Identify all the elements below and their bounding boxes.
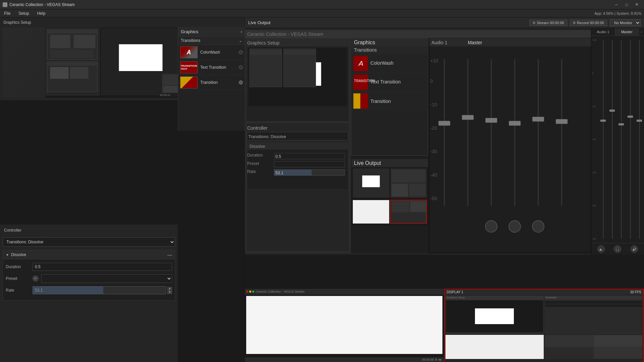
- stream-button[interactable]: Stream 00:00:00: [530, 20, 567, 26]
- fader-track-4[interactable]: [630, 40, 631, 239]
- text-transition-thumb: TRANSITIONTEXT: [180, 61, 198, 73]
- rate-spinners: ▲ ▼: [167, 287, 172, 294]
- bottom-left-dots: [246, 291, 254, 293]
- transitions-select[interactable]: Transitions: Dissolve Transitions: Color…: [3, 237, 175, 247]
- fader-knob-3[interactable]: [619, 123, 624, 125]
- live-main-display: Ceramic Collection - VEGAS Stream Graphi…: [245, 28, 644, 362]
- audio-tab-1[interactable]: Audio 1: [591, 28, 615, 36]
- preset-icon[interactable]: ⟳: [33, 276, 39, 282]
- svg-text:Transitions: Transitions: [354, 47, 377, 53]
- svg-text:Ceramic Collection - VEGAS Str: Ceramic Collection - VEGAS Stream: [247, 32, 323, 37]
- close-button[interactable]: ✕: [632, 1, 641, 8]
- svg-text:ColorWash: ColorWash: [370, 60, 393, 66]
- d1-tr-item3: [545, 308, 603, 310]
- duration-label: Duration: [6, 264, 33, 269]
- fader-channel-3[interactable]: [617, 37, 626, 242]
- display1-title-bar: DISPLAY 1 30 FPS: [445, 289, 644, 295]
- text-transition-radio[interactable]: [239, 65, 243, 69]
- transition-item-transition[interactable]: Transition: [178, 75, 245, 90]
- app-icon: [3, 2, 7, 7]
- graphics-panel: Graphics › Transitions ⌄ A ColorWash TRA…: [178, 27, 245, 131]
- colorwash-radio[interactable]: [239, 50, 243, 54]
- svg-rect-79: [429, 38, 591, 46]
- svg-text:0: 0: [430, 78, 433, 84]
- graphics-panel-title: Graphics: [181, 29, 198, 34]
- fader-knob-4[interactable]: [628, 116, 633, 118]
- fader-track-2[interactable]: [612, 40, 613, 239]
- svg-rect-10: [70, 67, 89, 79]
- transition-item-colorwash[interactable]: A ColorWash: [178, 45, 245, 60]
- live-output-header: Live Output Stream 00:00:00 Record 00:00…: [245, 17, 644, 28]
- fader-knob-1[interactable]: [600, 120, 606, 122]
- display1-br: [544, 335, 643, 359]
- fader-channel-2[interactable]: [608, 37, 617, 242]
- d1-tr-item1: [545, 301, 642, 304]
- transition-radio[interactable]: [239, 80, 243, 84]
- volume-button[interactable]: 🔊: [631, 245, 638, 253]
- fader-channel-master[interactable]: [635, 37, 644, 242]
- monitor-select[interactable]: No Monitor: [610, 19, 641, 26]
- rate-label: Rate: [6, 288, 33, 293]
- transitions-collapse-icon[interactable]: ⌄: [239, 38, 242, 43]
- svg-point-103: [532, 221, 544, 232]
- dissolve-collapse-arrow[interactable]: ▼: [6, 253, 9, 257]
- d1-br-sub3: [545, 347, 593, 359]
- menu-file[interactable]: File: [3, 10, 12, 16]
- fader-channel-1[interactable]: [599, 37, 608, 242]
- dissolve-body: Duration Preset ⟳: [3, 259, 175, 300]
- duration-input[interactable]: [33, 263, 172, 271]
- menu-setup[interactable]: Setup: [17, 10, 30, 16]
- display1-tl: Graphics Setup: [445, 296, 544, 334]
- record-icon: [573, 21, 576, 24]
- headphone-button[interactable]: 🎧: [614, 245, 621, 253]
- preset-label: Preset: [6, 276, 33, 281]
- svg-text:Controller: Controller: [247, 125, 268, 131]
- menu-help[interactable]: Help: [36, 10, 47, 16]
- svg-rect-90: [485, 118, 497, 123]
- live-bottom-left: Ceramic Collection - VEGAS Stream 00:00:…: [245, 289, 444, 362]
- svg-rect-28: [250, 50, 282, 55]
- svg-rect-62: [361, 94, 368, 109]
- fader-track-master[interactable]: [639, 40, 640, 239]
- rate-up-spinner[interactable]: ▲: [167, 287, 172, 290]
- svg-rect-61: [354, 94, 361, 109]
- bottom-left-time: 00:00:00 ⏸ ⏮: [422, 358, 441, 361]
- svg-text:Graphics: Graphics: [354, 40, 375, 45]
- minimize-button[interactable]: ─: [612, 1, 621, 8]
- d1-tl-header: Graphics Setup: [445, 296, 544, 300]
- audio-expand-icon[interactable]: ›: [639, 29, 644, 35]
- fader-knob-master[interactable]: [637, 120, 642, 122]
- fader-track-1[interactable]: [603, 40, 604, 239]
- rate-down-spinner[interactable]: ▼: [167, 291, 172, 294]
- svg-point-101: [485, 221, 497, 232]
- system-stats: App: 4.56% | System: 9.91%: [594, 11, 641, 15]
- svg-rect-92: [532, 117, 544, 122]
- controller-section: Controller Transitions: Dissolve Transit…: [0, 225, 178, 362]
- audio-tab-master[interactable]: Master: [615, 28, 639, 36]
- live-top-left-svg: Ceramic Collection - VEGAS Stream Graphi…: [245, 28, 591, 255]
- fader-knob-2[interactable]: [609, 110, 615, 112]
- transition-item-text[interactable]: TRANSITIONTEXT Text Transition: [178, 60, 245, 75]
- svg-rect-42: [274, 161, 344, 167]
- window-controls[interactable]: ─ □ ✕: [612, 1, 641, 8]
- main-content: Graphics Setup: [0, 17, 644, 362]
- maximize-button[interactable]: □: [622, 1, 631, 8]
- svg-text:-50: -50: [430, 196, 437, 201]
- rate-input[interactable]: [33, 286, 166, 294]
- record-button[interactable]: Record 00:00:00: [570, 20, 607, 26]
- fader-channel-4[interactable]: [626, 37, 635, 242]
- dot-yellow: [249, 291, 251, 293]
- svg-rect-5: [74, 35, 96, 48]
- mute-button[interactable]: 🔈: [597, 245, 605, 253]
- fader-track-3[interactable]: [621, 40, 622, 239]
- transitions-select-wrapper[interactable]: Transitions: Dissolve Transitions: Color…: [3, 237, 175, 247]
- graphics-expand-icon[interactable]: ›: [240, 29, 242, 34]
- dissolve-collapse-button[interactable]: —: [167, 252, 172, 257]
- d1-tl-preview: [446, 300, 543, 332]
- svg-text:-30: -30: [430, 149, 437, 154]
- live-content: Ceramic Collection - VEGAS Stream Graphi…: [245, 28, 644, 362]
- svg-text:Rate: Rate: [247, 169, 256, 174]
- preset-select[interactable]: [41, 274, 172, 283]
- d1-white-box: [475, 308, 514, 324]
- svg-text:Live Output: Live Output: [354, 160, 381, 166]
